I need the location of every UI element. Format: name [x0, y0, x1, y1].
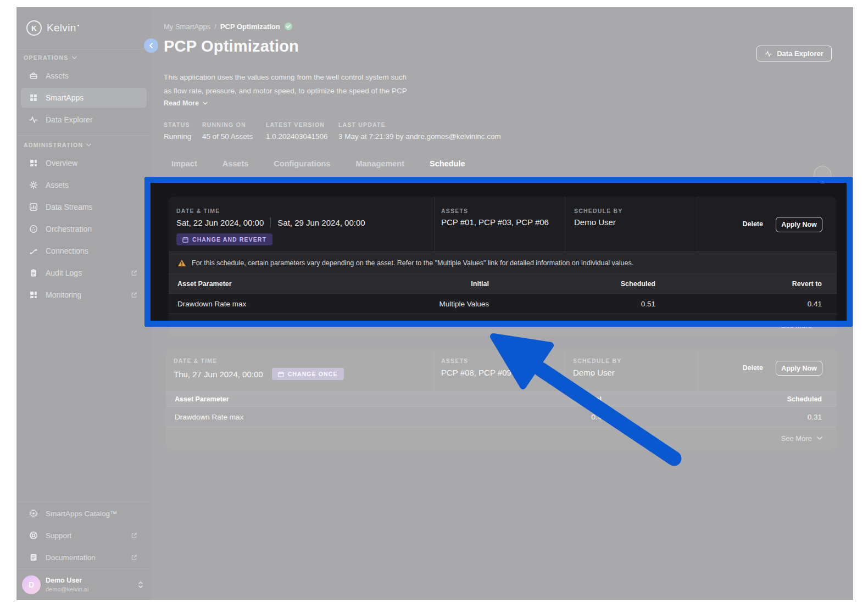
apply-now-button[interactable]: Apply Now	[776, 361, 822, 376]
breadcrumb-separator: /	[214, 23, 216, 31]
assets-value: PCP #01, PCP #03, PCP #06	[441, 217, 549, 227]
chevron-left-icon	[149, 43, 153, 48]
lifebuoy-icon	[29, 531, 38, 540]
table-row: Drawdown Rate max 0.4 0.31	[166, 406, 837, 427]
see-more-label: See More	[781, 321, 812, 329]
read-more-toggle[interactable]: Read More	[164, 99, 208, 107]
breadcrumb: My SmartApps / PCP Optimization	[164, 22, 293, 31]
cell-parameter: Drawdown Rate max	[173, 413, 420, 421]
tab-assets[interactable]: Assets	[222, 159, 249, 168]
app-description: This application uses the values coming …	[164, 70, 407, 98]
schedule-card-1: DATE & TIME Sat, 22 Jun 2024, 00:00 Sat,…	[169, 197, 837, 336]
chevron-down-icon	[203, 102, 208, 105]
scroll-hint-circle[interactable]	[814, 166, 831, 183]
sidebar-item-audit-logs[interactable]: Audit Logs	[21, 263, 147, 283]
sidebar-item-smartapps-catalog[interactable]: SmartApps Catalog™	[16, 502, 151, 524]
chevron-down-icon	[817, 437, 822, 440]
delete-button[interactable]: Delete	[742, 364, 763, 372]
item-label: Support	[46, 532, 71, 540]
tab-impact[interactable]: Impact	[171, 159, 197, 168]
date-end: Sat, 29 Jun 2024, 00:00	[277, 218, 365, 227]
date-time-label: DATE & TIME	[174, 357, 218, 364]
breadcrumb-root[interactable]: My SmartApps	[164, 23, 210, 31]
sidebar-item-support[interactable]: Support	[16, 524, 151, 546]
tab-configurations[interactable]: Configurations	[274, 159, 330, 168]
check-circle-icon	[284, 22, 293, 31]
external-link-icon	[130, 292, 138, 299]
date-time-label: DATE & TIME	[176, 208, 220, 214]
see-more-toggle[interactable]: See More	[166, 427, 837, 449]
apply-now-button[interactable]: Apply Now	[776, 217, 822, 232]
assets-label: ASSETS	[441, 208, 468, 214]
running-on-label: RUNNING ON	[202, 121, 246, 128]
delete-button[interactable]: Delete	[742, 220, 763, 228]
clipboard-icon	[29, 269, 38, 277]
user-name: Demo User	[46, 577, 88, 584]
sidebar-item-assets[interactable]: Assets	[21, 66, 147, 86]
sidebar-section-administration[interactable]: ADMINISTRATION	[16, 141, 151, 149]
section-label: OPERATIONS	[24, 54, 69, 61]
sidebar-item-documentation[interactable]: Documentation	[16, 546, 151, 568]
schedule-card-2-header: DATE & TIME Thu, 27 Jun 2024, 00:00 CHAN…	[166, 350, 837, 391]
description-line: This application uses the values coming …	[164, 70, 407, 84]
see-more-toggle[interactable]: See More	[169, 314, 837, 336]
item-label: Data Explorer	[46, 115, 93, 124]
parameters-table-header: Asset Parameter Initial Scheduled	[166, 391, 837, 406]
sidebar-collapse-button[interactable]	[144, 38, 158, 53]
read-more-label: Read More	[164, 99, 199, 107]
column-divider	[698, 350, 698, 391]
item-label: SmartApps	[46, 93, 84, 102]
change-once-badge[interactable]: CHANGE ONCE	[272, 368, 344, 380]
schedule-card-2: DATE & TIME Thu, 27 Jun 2024, 00:00 CHAN…	[166, 350, 837, 449]
cell-revert-to: 0.41	[655, 300, 830, 308]
external-link-icon	[130, 532, 138, 539]
avatar: D	[22, 575, 41, 594]
sidebar-item-admin-assets[interactable]: Assets	[21, 175, 147, 195]
sidebar-item-connections[interactable]: Connections	[21, 241, 147, 261]
multiple-values-warning: For this schedule, certain parameters va…	[169, 251, 837, 273]
item-label: Assets	[46, 181, 69, 189]
column-divider	[698, 197, 698, 251]
schedule-by-value: Demo User	[574, 217, 616, 227]
date-start: Sat, 22 Jun 2024, 00:00	[176, 218, 264, 227]
data-explorer-button[interactable]: Data Explorer	[756, 46, 832, 62]
user-menu[interactable]: D Demo User demo@kelvin.ai	[16, 568, 151, 600]
badge-label: CHANGE AND REVERT	[192, 236, 266, 243]
change-and-revert-badge[interactable]: CHANGE AND REVERT	[176, 233, 272, 245]
sidebar-item-monitoring[interactable]: Monitoring	[21, 285, 147, 305]
chevron-down-icon	[86, 143, 91, 147]
cell-initial-multiple-values-link[interactable]: Multiple Values	[357, 300, 489, 308]
tab-bar: Impact Assets Configurations Management …	[171, 159, 465, 168]
sidebar-item-overview[interactable]: Overview	[21, 153, 147, 173]
external-link-icon	[130, 554, 138, 561]
running-on-value: 45 of 50 Assets	[202, 132, 253, 141]
chevron-down-icon	[817, 323, 822, 327]
dashboard-icon	[29, 159, 38, 167]
up-down-chevron-icon[interactable]	[138, 581, 143, 589]
col-revert-to: Revert to	[655, 280, 830, 288]
sidebar-item-smartapps[interactable]: SmartApps	[21, 88, 147, 108]
status-value: Running	[164, 132, 191, 141]
administration-items: Overview Assets Data Streams	[16, 153, 151, 305]
brand-logo: K Kelvin	[16, 7, 151, 49]
sidebar-item-data-explorer[interactable]: Data Explorer	[21, 110, 147, 130]
tab-management[interactable]: Management	[355, 159, 404, 168]
user-email: demo@kelvin.ai	[46, 586, 88, 592]
kelvin-logo-icon: K	[26, 20, 42, 36]
sidebar-item-orchestration[interactable]: Orchestration	[21, 219, 147, 239]
sidebar-section-operations[interactable]: OPERATIONS	[16, 54, 151, 62]
date-time-value: Thu, 27 Jun 2024, 00:00 CHANGE ONCE	[174, 368, 344, 380]
chip-icon	[29, 509, 38, 518]
external-link-icon	[130, 270, 138, 277]
page: K Kelvin OPERATIONS Assets	[0, 0, 868, 615]
status-label: STATUS	[164, 121, 190, 128]
col-initial: Initial	[420, 395, 602, 403]
sidebar-item-data-streams[interactable]: Data Streams	[21, 197, 147, 217]
sidebar: K Kelvin OPERATIONS Assets	[16, 7, 151, 600]
assets-label: ASSETS	[441, 357, 468, 364]
date-time-value: Sat, 22 Jun 2024, 00:00 Sat, 29 Jun 2024…	[176, 217, 365, 227]
cell-parameter: Drawdown Rate max	[176, 300, 357, 308]
data-explorer-label: Data Explorer	[777, 49, 824, 58]
tab-schedule[interactable]: Schedule	[430, 159, 465, 168]
see-more-label: See More	[781, 434, 812, 443]
